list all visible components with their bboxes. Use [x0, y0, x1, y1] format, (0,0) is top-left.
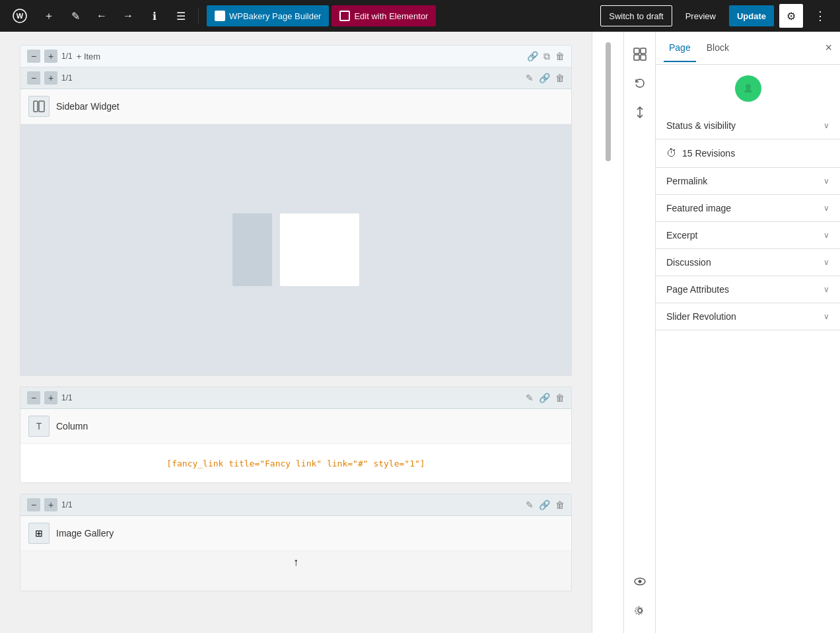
section-status-header[interactable]: Status & visibility ∨ — [656, 112, 840, 139]
block1-inner-minus[interactable]: − — [27, 71, 40, 85]
section-page-attributes: Page Attributes ∨ — [656, 276, 840, 303]
gallery-icon: ⊞ — [28, 523, 50, 544]
panel-tabs: Page Block × — [656, 32, 840, 65]
edit-tool-button[interactable]: ✎ — [63, 4, 87, 28]
undo-button[interactable]: ← — [90, 4, 114, 28]
block1-plus[interactable]: + — [44, 50, 57, 63]
sidebar-widget-icon — [28, 96, 50, 117]
tab-block[interactable]: Block — [701, 34, 734, 62]
svg-text:W: W — [17, 12, 24, 20]
section-excerpt: Excerpt ∨ — [656, 222, 840, 249]
block3-header: − + 1/1 ✎ 🔗 🗑 — [20, 494, 571, 516]
wpb-block-3: − + 1/1 ✎ 🔗 🗑 ⊞ Image Gallery ↑ — [20, 494, 572, 591]
block1-link-btn[interactable]: 🔗 — [539, 73, 550, 83]
add-block-button[interactable]: ＋ — [37, 4, 61, 28]
block1-inner-icons: ✎ 🔗 🗑 — [526, 73, 565, 83]
block3-trash-btn[interactable]: 🗑 — [555, 500, 565, 510]
block1-minus[interactable]: − — [27, 50, 40, 63]
eye-icon — [633, 575, 647, 588]
wpbakery-label: WPBakery Page Builder — [229, 11, 321, 21]
elementor-icon — [339, 11, 350, 21]
upload-arrow: ↑ — [20, 551, 571, 574]
list-view-button[interactable]: ☰ — [169, 4, 193, 28]
wpbakery-button[interactable]: WPBakery Page Builder — [207, 5, 329, 26]
wp-logo[interactable]: W — [8, 4, 32, 28]
settings-tool-button[interactable] — [628, 599, 652, 622]
section-featured-image-chevron: ∨ — [823, 204, 829, 213]
switch-draft-button[interactable]: Switch to draft — [600, 5, 672, 26]
svg-rect-3 — [39, 101, 44, 112]
sort-tool-button[interactable] — [628, 100, 652, 124]
wpbakery-icon — [215, 11, 225, 21]
gear-icon — [633, 604, 647, 617]
main-layout: − + 1/1 + Item 🔗 ⧉ 🗑 − + 1/1 ✎ 🔗 🗑 — [0, 32, 840, 633]
item-link-btn[interactable]: 🔗 — [527, 51, 538, 62]
block2-icons: ✎ 🔗 🗑 — [526, 392, 565, 403]
block3-edit-btn[interactable]: ✎ — [526, 500, 534, 510]
toolbar-divider-1 — [198, 8, 199, 24]
item-add[interactable]: + Item — [77, 52, 101, 61]
section-excerpt-chevron: ∨ — [823, 231, 829, 240]
preview-button[interactable]: Preview — [678, 5, 724, 26]
section-excerpt-header[interactable]: Excerpt ∨ — [656, 222, 840, 248]
grid-view-button[interactable] — [628, 42, 652, 66]
undo-tool-button[interactable] — [628, 71, 652, 95]
tab-page[interactable]: Page — [664, 34, 696, 62]
avatar-icon — [739, 79, 757, 98]
preview-col-narrow — [232, 213, 272, 286]
block3-icons: ✎ 🔗 🗑 — [526, 500, 565, 510]
svg-rect-2 — [34, 101, 38, 112]
block3-minus[interactable]: − — [27, 498, 40, 511]
block1-trash-btn[interactable]: 🗑 — [555, 73, 565, 83]
section-discussion-header[interactable]: Discussion ∨ — [656, 249, 840, 276]
section-permalink-header[interactable]: Permalink ∨ — [656, 168, 840, 194]
svg-rect-7 — [641, 48, 646, 54]
block3-plus[interactable]: + — [44, 498, 57, 511]
section-slider-revolution-chevron: ∨ — [823, 312, 829, 321]
gallery-preview: ↑ — [20, 551, 571, 591]
panel-close-button[interactable]: × — [825, 41, 832, 55]
block1-inner-plus[interactable]: + — [44, 71, 57, 85]
block2-link-btn[interactable]: 🔗 — [539, 392, 550, 403]
block2-minus[interactable]: − — [27, 391, 40, 404]
block1-inner: Sidebar Widget — [20, 89, 571, 375]
settings-button[interactable]: ⚙ — [779, 4, 803, 28]
section-slider-revolution-header[interactable]: Slider Revolution ∨ — [656, 303, 840, 330]
svg-point-13 — [638, 609, 642, 613]
preview-tool-button[interactable] — [628, 570, 652, 593]
grid-icon — [633, 48, 647, 61]
svg-point-15 — [746, 84, 751, 89]
info-button[interactable]: ℹ — [143, 4, 166, 28]
redo-button[interactable]: → — [116, 4, 140, 28]
more-options-button[interactable]: ⋮ — [808, 4, 832, 28]
section-excerpt-title: Excerpt — [666, 230, 697, 241]
revisions-row[interactable]: ⏱ 15 Revisions — [656, 139, 840, 167]
section-discussion-title: Discussion — [666, 257, 711, 268]
section-status-title: Status & visibility — [666, 120, 736, 131]
block2-edit-btn[interactable]: ✎ — [526, 392, 534, 403]
block2-trash-btn[interactable]: 🗑 — [555, 392, 565, 403]
section-permalink-chevron: ∨ — [823, 176, 829, 186]
vertical-tools — [592, 32, 623, 633]
block1-edit-btn[interactable]: ✎ — [526, 73, 534, 83]
elementor-button[interactable]: Edit with Elementor — [332, 5, 436, 26]
right-panel: Page Block × Status & visibility ∨ — [655, 32, 840, 633]
update-button[interactable]: Update — [729, 5, 774, 26]
section-slider-revolution-title: Slider Revolution — [666, 311, 736, 322]
scroll-thumb[interactable] — [606, 42, 611, 161]
wpb-block-1: − + 1/1 + Item 🔗 ⧉ 🗑 − + 1/1 ✎ 🔗 🗑 — [20, 45, 572, 376]
section-featured-image-title: Featured image — [666, 203, 731, 213]
section-page-attributes-header[interactable]: Page Attributes ∨ — [656, 276, 840, 303]
svg-point-12 — [638, 580, 641, 583]
preview-col-wide — [280, 213, 359, 286]
item-delete-btn[interactable]: 🗑 — [555, 51, 565, 62]
block3-link-btn[interactable]: 🔗 — [539, 500, 550, 510]
revisions-clock-icon: ⏱ — [666, 147, 677, 159]
undo-icon — [633, 77, 647, 90]
section-revisions: ⏱ 15 Revisions — [656, 139, 840, 168]
section-featured-image-header[interactable]: Featured image ∨ — [656, 195, 840, 221]
section-featured-image: Featured image ∨ — [656, 195, 840, 222]
item-copy-btn[interactable]: ⧉ — [543, 51, 550, 62]
column-icon: T — [28, 416, 50, 437]
block2-plus[interactable]: + — [44, 391, 57, 404]
